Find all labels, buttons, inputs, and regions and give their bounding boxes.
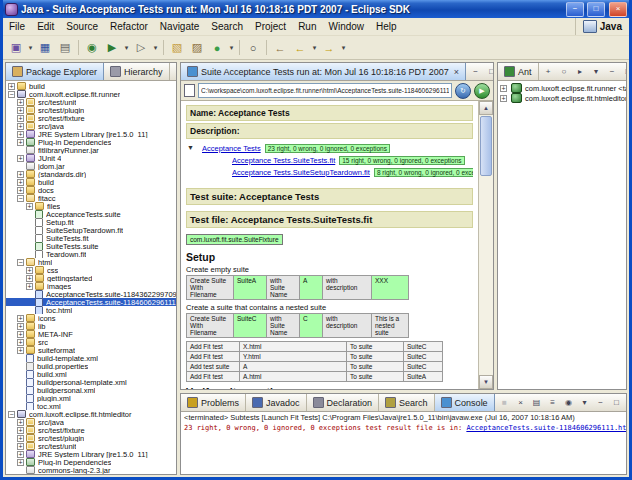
tree-expander-icon[interactable]: + [8, 83, 15, 90]
search-icon[interactable]: ○ [243, 38, 263, 58]
debug-icon[interactable]: ◉ [82, 38, 102, 58]
tab-package-explorer[interactable]: Package Explorer [6, 63, 104, 80]
hide-internal-targets-icon[interactable]: ▸ [573, 64, 588, 79]
open-console-icon[interactable]: ▾ [577, 395, 592, 410]
forward-icon[interactable]: → [319, 38, 339, 58]
tree-expander-icon[interactable]: − [17, 195, 24, 202]
tree-item[interactable]: +build [6, 82, 176, 90]
tree-item[interactable]: +Plug-in Dependencies [6, 458, 176, 466]
ant-buildfile-item[interactable]: +com.luxoft.eclipse.fit.htmleditor <task… [498, 93, 626, 103]
tree-item[interactable]: +lib [6, 322, 176, 330]
tree-item[interactable]: +build [6, 178, 176, 186]
tree-item[interactable]: +src [6, 338, 176, 346]
tree-expander-icon[interactable]: + [26, 203, 33, 210]
tree-item[interactable]: +JUnit 4 [6, 154, 176, 162]
add-buildfiles-icon[interactable]: + [541, 64, 556, 79]
tree-item[interactable]: +buildpersonal-template.xml [6, 378, 176, 386]
scroll-lock-icon[interactable]: ≡ [545, 395, 560, 410]
maximize-icon[interactable]: □ [484, 64, 493, 79]
tree-expander-icon[interactable]: + [17, 155, 24, 162]
tree-item[interactable]: +css [6, 266, 176, 274]
tab-hierarchy[interactable]: Hierarchy [104, 63, 170, 80]
tree-expander-icon[interactable]: + [17, 459, 24, 466]
tree-item[interactable]: +src/test/unit [6, 98, 176, 106]
tree-item[interactable]: +SuiteTests.suite [6, 242, 176, 250]
new-wizard-icon[interactable]: ▣ [6, 38, 26, 58]
tree-item[interactable]: +src/test/plugin [6, 434, 176, 442]
tree-item[interactable]: +plugin.xml [6, 394, 176, 402]
tree-item[interactable]: −fitacc [6, 194, 176, 202]
test-result-link[interactable]: Acceptance Tests [202, 144, 261, 153]
tab-console[interactable]: Console [435, 394, 495, 411]
new-wizard-dropdown-icon[interactable]: ▾ [26, 44, 35, 52]
menu-item-help[interactable]: Help [370, 20, 403, 33]
menu-item-file[interactable]: File [3, 20, 31, 33]
tree-expander-icon[interactable]: + [17, 171, 24, 178]
tree-item[interactable]: +JRE System Library [jre1.5.0_11] [6, 450, 176, 458]
scrollbar-track[interactable] [479, 115, 493, 375]
tree-item[interactable]: +src/test/fixture [6, 114, 176, 122]
tree-expander-icon[interactable]: + [17, 139, 24, 146]
tree-item[interactable]: −com.luxoft.eclipse.fit.htmleditor [6, 410, 176, 418]
tree-expander-icon[interactable]: − [8, 91, 15, 98]
scrollbar-thumb[interactable] [480, 116, 492, 176]
tree-item[interactable]: +src/test/plugin [6, 106, 176, 114]
scroll-up-icon[interactable]: ▲ [479, 101, 493, 115]
editor-tab-close-icon[interactable]: × [454, 67, 459, 77]
tree-item[interactable]: +SuiteTests.fit [6, 234, 176, 242]
tree-expander-icon[interactable]: + [500, 95, 507, 102]
remove-launch-icon[interactable]: × [513, 395, 528, 410]
tree-item[interactable]: +SuiteSetupTeardown.fit [6, 226, 176, 234]
test-result-link[interactable]: Acceptance Tests.SuiteSetupTeardown.fit [232, 168, 370, 177]
minimize-button[interactable]: − [566, 2, 584, 17]
menu-item-project[interactable]: Project [249, 20, 292, 33]
tree-item[interactable]: +build.properties [6, 362, 176, 370]
terminate-icon[interactable]: ■ [497, 395, 512, 410]
tree-item[interactable]: +build-template.xml [6, 354, 176, 362]
tree-expander-icon[interactable]: + [17, 107, 24, 114]
tree-item[interactable]: +suiteformat [6, 346, 176, 354]
tree-expander-icon[interactable]: − [8, 411, 15, 418]
tab-search[interactable]: Search [379, 394, 435, 411]
tree-item[interactable]: +Teardown.fit [6, 250, 176, 258]
tree-item[interactable]: +files [6, 202, 176, 210]
tree-item[interactable]: +Setup.fit [6, 218, 176, 226]
tab-ant[interactable]: Ant [498, 63, 539, 80]
tree-item[interactable]: +src/test/unit [6, 442, 176, 450]
console-result-link[interactable]: AcceptanceTests.suite-1184606296111.html [466, 424, 626, 432]
tree-expander-icon[interactable]: + [17, 427, 24, 434]
minimize-icon[interactable]: − [593, 395, 608, 410]
ant-buildfile-item[interactable]: +com.luxoft.eclipse.fit.runner <taskdef … [498, 83, 626, 93]
tree-expander-icon[interactable]: + [17, 123, 24, 130]
menu-item-run[interactable]: Run [292, 20, 322, 33]
menu-item-source[interactable]: Source [60, 20, 104, 33]
tree-item[interactable]: +toc.xml [6, 402, 176, 410]
tree-expander-icon[interactable]: + [17, 419, 24, 426]
tree-expander-icon[interactable]: + [26, 283, 33, 290]
tree-expander-icon[interactable]: + [500, 85, 507, 92]
tree-item[interactable]: +src/java [6, 122, 176, 130]
maximize-icon[interactable]: □ [609, 395, 624, 410]
save-icon[interactable]: ▦ [35, 38, 55, 58]
tree-expander-icon[interactable]: + [26, 275, 33, 282]
editor-scrollbar[interactable]: ▲ ▼ [478, 101, 493, 389]
tree-item[interactable]: −com.luxoft.eclipse.fit.runner [6, 90, 176, 98]
tree-expander-icon[interactable]: + [17, 179, 24, 186]
tab-javadoc[interactable]: Javadoc [246, 394, 307, 411]
collapse-triangle-icon[interactable]: ▼ [187, 144, 194, 151]
tree-expander-icon[interactable]: + [17, 331, 24, 338]
tree-item[interactable]: +images [6, 282, 176, 290]
minimize-icon[interactable]: − [468, 64, 483, 79]
tree-expander-icon[interactable]: + [17, 115, 24, 122]
tree-item[interactable]: +fitlibraryRunner.jar [6, 146, 176, 154]
tab-suite-acceptance-tests-run[interactable]: Suite Acceptance Tests run at: Mon Jul 1… [181, 63, 466, 80]
menu-item-search[interactable]: Search [205, 20, 249, 33]
perspective-switcher[interactable]: Java [575, 18, 629, 35]
scroll-down-icon[interactable]: ▼ [479, 375, 493, 389]
test-result-link[interactable]: Acceptance Tests.SuiteTests.fit [232, 156, 335, 165]
pin-console-icon[interactable]: ◉ [561, 395, 576, 410]
tree-expander-icon[interactable]: + [17, 99, 24, 106]
tree-item[interactable]: +src/java [6, 418, 176, 426]
tree-item[interactable]: +jdom.jar [6, 162, 176, 170]
maximize-icon[interactable]: □ [621, 64, 626, 79]
